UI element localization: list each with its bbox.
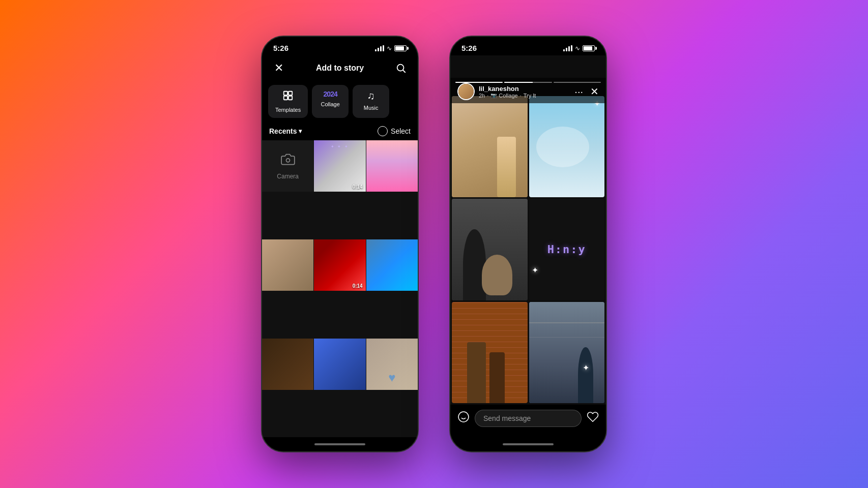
status-bar-2: 5:26 ∿ xyxy=(450,37,606,55)
text-overlay: H:n:y xyxy=(547,243,586,256)
collage-icon: 2024 xyxy=(324,90,337,98)
more-options-button[interactable]: ··· xyxy=(574,86,583,98)
phone2-content: lil_kaneshon 2h · 📷 Collage · Try It ··· xyxy=(450,55,606,437)
close-story-button[interactable]: ✕ xyxy=(590,85,599,98)
camera-label: Camera xyxy=(277,173,299,180)
recents-label: Recents xyxy=(269,127,297,135)
signal-icon-2 xyxy=(563,45,572,51)
heart-button[interactable] xyxy=(587,411,599,426)
status-icons-1: ∿ xyxy=(375,45,407,52)
add-to-story-header: ✕ Add to story xyxy=(262,55,418,81)
battery-icon-2 xyxy=(583,45,595,51)
avatar xyxy=(457,83,475,100)
header-title: Add to story xyxy=(316,64,364,73)
svg-rect-3 xyxy=(284,96,287,100)
dot-separator-2: · xyxy=(520,93,522,99)
wifi-icon-2: ∿ xyxy=(575,45,580,52)
battery-icon-1 xyxy=(394,45,407,51)
collage-item-3 xyxy=(452,199,528,300)
camera-cell[interactable]: Camera xyxy=(262,140,313,192)
home-indicator-2 xyxy=(450,437,606,451)
phone1-content: ✕ Add to story xyxy=(262,55,418,437)
avatar-image xyxy=(458,84,474,99)
story-meta: 2h · 📷 Collage · Try It xyxy=(479,93,536,99)
user-details: lil_kaneshon 2h · 📷 Collage · Try It xyxy=(479,85,536,99)
progress-bar-3 xyxy=(554,82,601,83)
select-circle-icon xyxy=(378,126,388,136)
svg-rect-2 xyxy=(288,92,292,95)
templates-label: Templates xyxy=(275,107,301,113)
svg-point-5 xyxy=(286,158,290,162)
camera-icon xyxy=(281,152,295,169)
photo-grid: Camera 0:14 0:14 xyxy=(262,140,418,437)
brick-image xyxy=(452,302,528,403)
photo-cell-2[interactable] xyxy=(366,140,418,192)
svg-rect-4 xyxy=(288,96,292,100)
collage-item-2: ✦ xyxy=(529,96,605,197)
collage-item-6: ✦ xyxy=(529,302,605,403)
photo-cell-8[interactable]: ♥ xyxy=(366,339,418,390)
story-user-info: lil_kaneshon 2h · 📷 Collage · Try It xyxy=(457,83,536,100)
home-indicator-1 xyxy=(262,437,418,451)
svg-point-0 xyxy=(397,65,404,71)
dropdown-chevron-icon: ▾ xyxy=(299,128,302,135)
progress-bar-2 xyxy=(504,82,552,83)
sparkle-icon-3: ✦ xyxy=(583,363,589,373)
photo-cell-7[interactable] xyxy=(314,339,365,390)
signal-icon-1 xyxy=(375,45,384,51)
sky-image: ✦ xyxy=(529,96,605,197)
rail-image: ✦ xyxy=(529,302,605,403)
svg-point-6 xyxy=(458,412,469,422)
tab-music[interactable]: ♫ Music xyxy=(353,85,389,118)
collage-item-5 xyxy=(452,302,528,403)
photo-cell-4[interactable]: 0:14 xyxy=(314,239,365,291)
progress-bar-1 xyxy=(455,82,503,83)
status-time-1: 5:26 xyxy=(273,44,288,52)
video-duration-1: 0:14 xyxy=(353,184,363,190)
status-bar-1: 5:26 ∿ xyxy=(262,37,418,55)
dog-image xyxy=(452,199,528,300)
photo-cell-6[interactable] xyxy=(262,339,313,390)
photo-cell-3[interactable] xyxy=(262,239,313,291)
try-it-label: Try It xyxy=(524,93,536,99)
photo-cell-5[interactable] xyxy=(366,239,418,291)
music-label: Music xyxy=(364,105,379,111)
story-collage: ✦ H:n: xyxy=(450,55,606,405)
dot-separator: · xyxy=(487,93,488,99)
templates-icon xyxy=(282,90,294,104)
select-label: Select xyxy=(391,127,411,135)
collage-label: Collage xyxy=(499,93,517,99)
collage-item-4: H:n:y ✦ xyxy=(529,199,605,300)
collage-label: Collage xyxy=(321,101,339,107)
phone-add-to-story: 5:26 ∿ ✕ Add to story xyxy=(261,36,419,452)
tab-collage[interactable]: 2024 Collage xyxy=(312,85,349,118)
story-progress-bars xyxy=(450,78,606,85)
app-background: 5:26 ∿ ✕ Add to story xyxy=(0,0,868,488)
status-icons-2: ∿ xyxy=(563,45,595,52)
collage-grid: ✦ H:n: xyxy=(450,55,606,405)
emoji-button[interactable] xyxy=(457,411,470,426)
home-bar-2 xyxy=(503,443,554,445)
status-time-2: 5:26 xyxy=(461,44,477,52)
username: lil_kaneshon xyxy=(479,85,536,93)
message-input[interactable]: Send message xyxy=(475,410,582,427)
select-button[interactable]: Select xyxy=(378,126,411,136)
recents-bar: Recents ▾ Select xyxy=(262,122,418,140)
category-tabs: Templates 2024 Collage ♫ Music xyxy=(262,81,418,122)
tab-templates[interactable]: Templates xyxy=(268,85,308,118)
story-header-actions: ··· ✕ xyxy=(574,85,599,98)
story-bottom-bar: Send message xyxy=(450,405,606,437)
recents-dropdown[interactable]: Recents ▾ xyxy=(269,127,302,135)
photo-cell-1[interactable]: 0:14 xyxy=(314,140,365,192)
phone-story-viewer: 5:26 ∿ xyxy=(449,36,607,452)
time-ago: 2h xyxy=(479,93,485,99)
video-duration-4: 0:14 xyxy=(353,283,363,289)
music-icon: ♫ xyxy=(367,90,375,102)
close-button[interactable]: ✕ xyxy=(271,60,286,76)
home-bar-1 xyxy=(314,443,365,445)
collage-item-1 xyxy=(452,96,528,197)
collage-badge: 📷 xyxy=(490,93,497,98)
search-button[interactable] xyxy=(393,60,409,76)
sparkle-icon-2: ✦ xyxy=(532,265,538,275)
svg-rect-1 xyxy=(284,92,287,95)
